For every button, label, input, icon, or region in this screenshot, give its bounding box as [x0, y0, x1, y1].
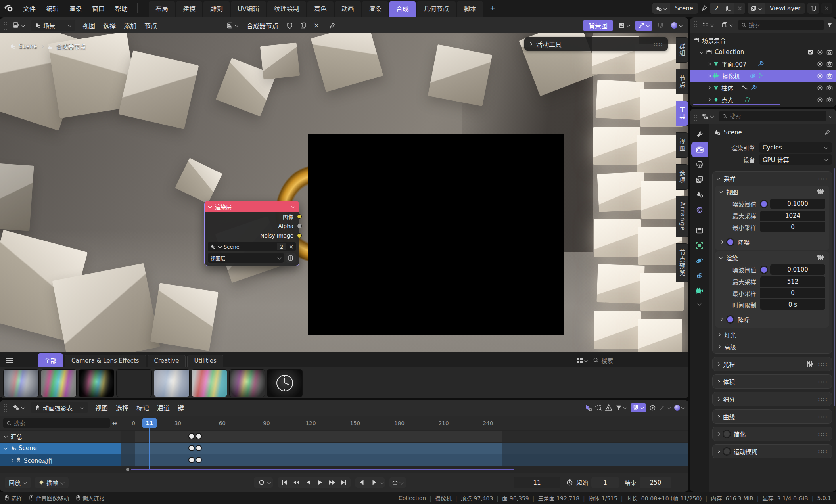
outliner-scrollbar[interactable]	[693, 104, 780, 105]
properties-scrollbar[interactable]	[834, 168, 835, 406]
animation-icon[interactable]	[742, 84, 748, 91]
noise-threshold-value[interactable]: 0.0100	[770, 264, 825, 275]
socket-image[interactable]	[297, 214, 302, 219]
denoise-checkbox[interactable]	[727, 316, 734, 323]
modifier-wrench-icon[interactable]	[757, 61, 764, 67]
render-subpanel-header[interactable]: 渲染	[715, 251, 829, 263]
time-limit-value[interactable]: 0 s	[760, 299, 825, 310]
channel-search-input[interactable]	[14, 420, 107, 426]
region-grip[interactable]	[693, 112, 697, 121]
max-samples-value[interactable]: 512	[760, 276, 825, 287]
tab-tool[interactable]	[691, 127, 708, 142]
sidebar-tab[interactable]: 视图	[676, 132, 688, 158]
jump-to-start-button[interactable]	[278, 477, 290, 488]
checkbox-icon[interactable]	[807, 49, 813, 55]
duplicate-icon[interactable]	[723, 3, 734, 14]
hide-viewport-icon[interactable]	[817, 97, 823, 103]
audio-sync-icon[interactable]	[392, 479, 398, 485]
disable-render-camera-icon[interactable]	[826, 73, 833, 79]
asset-thumbnail[interactable]	[229, 369, 265, 397]
keyframe[interactable]	[196, 433, 202, 439]
proportional-edit-icon[interactable]	[649, 404, 656, 411]
disable-render-camera-icon[interactable]	[826, 97, 833, 103]
unlink-close-icon[interactable]: ×	[311, 20, 322, 31]
keyframe[interactable]	[196, 457, 202, 463]
outliner-search-input[interactable]	[749, 22, 821, 28]
asset-thumbnail[interactable]	[154, 369, 190, 397]
warning-icon[interactable]	[605, 404, 612, 411]
section-subdivision[interactable]: 细分 ::::	[712, 392, 832, 406]
workspace-tab[interactable]: 合成	[389, 1, 416, 17]
asset-thumbnail[interactable]	[3, 369, 39, 397]
node-viewlayer-field[interactable]: 视图层	[208, 253, 284, 263]
constraint-icon[interactable]	[758, 73, 764, 79]
editor-type-button[interactable]	[700, 111, 717, 121]
asset-search[interactable]: 搜索	[593, 356, 613, 364]
action-key-row[interactable]	[121, 454, 688, 466]
node-scene-users[interactable]: 2	[277, 243, 286, 250]
channel-scene[interactable]: Scene	[0, 443, 121, 454]
play-button[interactable]	[314, 477, 326, 488]
section-simplify[interactable]: 简化 ::::	[712, 427, 832, 441]
close-icon[interactable]: ×	[734, 3, 745, 14]
drag-dots[interactable]: ::::	[818, 431, 828, 437]
outliner-row-plane[interactable]: 平面.007	[690, 58, 836, 70]
asset-shelf-tab[interactable]: Utilities	[187, 355, 223, 367]
tab-output[interactable]	[691, 157, 708, 172]
max-samples-value[interactable]: 1024	[760, 211, 825, 221]
menu-item[interactable]: 选择	[99, 19, 120, 32]
zoom-backdrop-button[interactable]	[635, 21, 652, 31]
drag-dots[interactable]: ::::	[818, 396, 828, 402]
min-samples-value[interactable]: 0	[760, 288, 825, 298]
drag-dots[interactable]: ::::	[653, 41, 663, 47]
constraint-icon[interactable]	[744, 97, 750, 103]
workspace-tab[interactable]: 建模	[176, 1, 202, 17]
channel-summary[interactable]: 汇总	[0, 431, 121, 442]
end-frame-field[interactable]: 250	[640, 477, 671, 488]
lights-subpanel[interactable]: 灯光	[713, 329, 832, 341]
playhead-line[interactable]	[149, 428, 150, 469]
noise-threshold-checkbox[interactable]	[760, 200, 768, 208]
viewport-denoise-row[interactable]: 降噪	[715, 236, 829, 248]
frame-back-button[interactable]	[356, 477, 368, 488]
collapse-icon[interactable]	[208, 205, 212, 208]
workspace-tab[interactable]: 脚本	[457, 1, 483, 17]
outliner-row-cylinder[interactable]: 柱体	[690, 82, 836, 94]
frame-forward-button[interactable]	[368, 477, 380, 488]
prev-keyframe-button[interactable]	[290, 477, 302, 488]
asset-thumbnail-clock[interactable]	[267, 369, 303, 397]
pin-icon[interactable]	[700, 5, 708, 12]
hide-viewport-icon[interactable]	[817, 61, 823, 67]
workspace-tab[interactable]: UV编辑	[231, 1, 266, 17]
node-editor-viewport[interactable]: Scene 合成器节点 活动工具 :::: 群组节点工具视图选项Arrange节…	[0, 33, 688, 398]
render-layers-node[interactable]: 渲染层 图像 Alpha Noisy Image Scene 2 ×	[204, 201, 299, 266]
noise-threshold-checkbox[interactable]	[760, 266, 768, 274]
keying-popover[interactable]: 插帧	[35, 477, 69, 488]
scrollbar-handle[interactable]	[126, 468, 129, 471]
device-dropdown[interactable]: GPU 计算	[759, 154, 832, 165]
render-engine-dropdown[interactable]: Cycles	[759, 142, 832, 153]
noise-threshold-value[interactable]: 0.1000	[770, 199, 825, 209]
tweak-cursor-icon[interactable]	[585, 404, 592, 411]
fake-user-shield-icon[interactable]	[284, 21, 295, 31]
tab-physics[interactable]	[691, 253, 708, 268]
viewport-subpanel-header[interactable]: 视图	[715, 186, 829, 197]
viewlayer-selector[interactable]: ViewLayer	[748, 3, 805, 14]
active-tool-panel[interactable]: 活动工具 ::::	[524, 37, 668, 51]
duplicate-icon[interactable]	[298, 21, 309, 30]
menu-item[interactable]: 键	[174, 401, 188, 414]
menu-item[interactable]: 视图	[79, 19, 99, 32]
blender-logo-icon[interactable]	[4, 4, 14, 13]
asset-thumbnail[interactable]	[79, 369, 114, 397]
render-single-layer-button[interactable]	[286, 253, 296, 263]
tab-object[interactable]	[691, 238, 708, 253]
workspace-tab[interactable]: 纹理绘制	[267, 1, 306, 17]
sidebar-tab[interactable]: 工具	[676, 101, 688, 126]
socket-alpha[interactable]	[297, 224, 302, 228]
playhead-label[interactable]: 11	[142, 418, 157, 428]
menu-item[interactable]: 标记	[132, 401, 153, 414]
box-select-icon[interactable]	[595, 404, 602, 411]
properties-search[interactable]	[719, 111, 826, 121]
section-motion-blur[interactable]: 运动模糊 ::::	[712, 444, 832, 458]
new-viewlayer-icon[interactable]	[807, 3, 819, 14]
